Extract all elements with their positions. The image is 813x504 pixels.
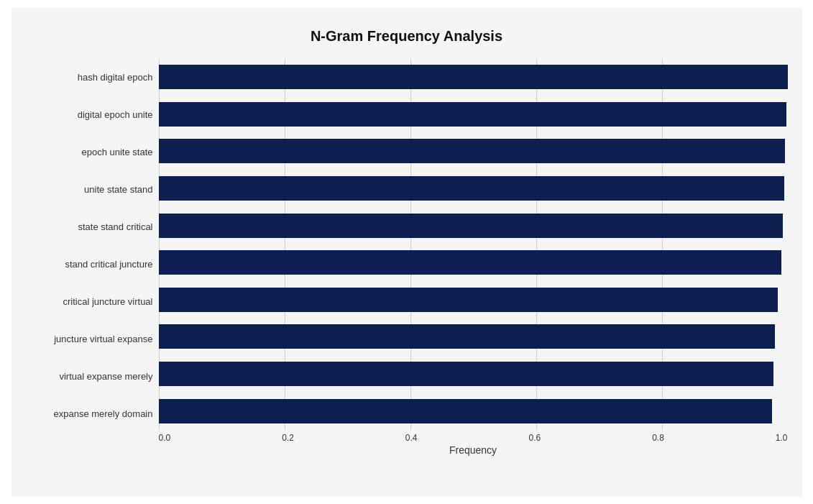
x-axis-ticks: 0.00.20.40.60.81.0 xyxy=(159,433,788,443)
bars-and-xaxis: 0.00.20.40.60.81.0 Frequency xyxy=(159,59,788,454)
bar-row xyxy=(159,323,788,350)
bar-row xyxy=(159,249,788,276)
chart-title: N-Gram Frequency Analysis xyxy=(26,22,788,45)
x-axis-title: Frequency xyxy=(159,444,788,456)
bar-row xyxy=(159,212,788,239)
bar-row xyxy=(159,137,788,165)
y-label: hash digital epoch xyxy=(78,73,153,82)
bar xyxy=(159,214,784,238)
bar-row xyxy=(159,175,788,202)
y-label: digital epoch unite xyxy=(78,110,153,119)
bar xyxy=(159,399,772,423)
bar xyxy=(159,102,786,127)
x-tick-label: 0.8 xyxy=(652,433,664,443)
y-axis-labels: hash digital epochdigital epoch uniteepo… xyxy=(26,59,159,454)
x-axis: 0.00.20.40.60.81.0 Frequency xyxy=(159,433,788,454)
bar xyxy=(159,250,781,275)
bar-row xyxy=(159,360,788,388)
bar xyxy=(159,362,774,386)
chart-area: hash digital epochdigital epoch uniteepo… xyxy=(26,59,788,454)
bar-row xyxy=(159,63,788,91)
x-tick-label: 0.2 xyxy=(282,433,294,443)
y-label: state stand critical xyxy=(78,222,152,232)
bar xyxy=(159,288,778,312)
y-label: stand critical juncture xyxy=(65,260,152,269)
y-label: unite state stand xyxy=(84,185,152,194)
bars-area xyxy=(159,59,788,430)
y-label: juncture virtual expanse xyxy=(54,334,152,344)
bar-row xyxy=(159,101,788,128)
chart-container: N-Gram Frequency Analysis hash digital e… xyxy=(12,8,802,497)
x-tick-label: 1.0 xyxy=(776,433,788,443)
bar xyxy=(159,65,788,89)
bar-row xyxy=(159,398,788,425)
bar-row xyxy=(159,286,788,313)
x-tick-label: 0.6 xyxy=(528,433,541,443)
x-tick-label: 0.4 xyxy=(405,433,418,443)
bar xyxy=(159,324,776,349)
y-label: expanse merely domain xyxy=(53,409,152,418)
x-tick-label: 0.0 xyxy=(159,433,171,443)
y-label: epoch unite state xyxy=(81,147,152,157)
y-label: virtual expanse merely xyxy=(59,372,152,381)
y-label: critical juncture virtual xyxy=(63,297,153,306)
bar xyxy=(159,139,786,163)
bar xyxy=(159,176,785,201)
